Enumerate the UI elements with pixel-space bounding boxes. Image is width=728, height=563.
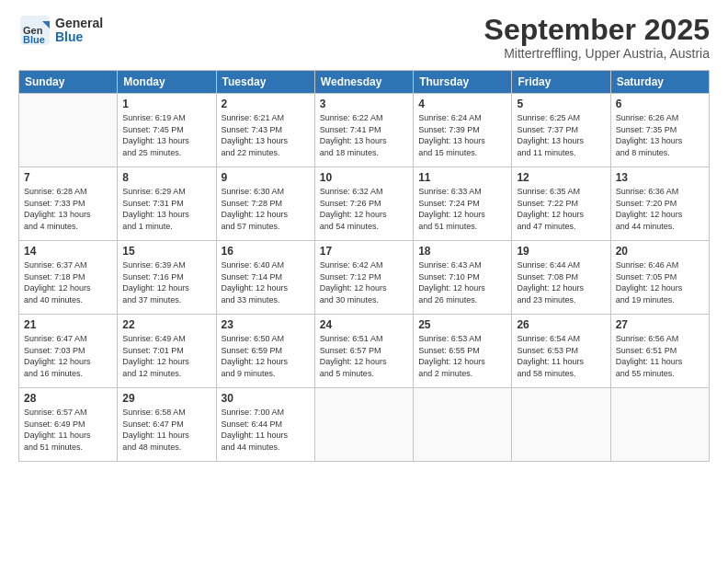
day-info: Sunrise: 6:40 AMSunset: 7:14 PMDaylight:… bbox=[222, 259, 310, 305]
day-info: Sunrise: 6:26 AMSunset: 7:35 PMDaylight:… bbox=[616, 112, 704, 158]
day-number: 20 bbox=[616, 245, 704, 258]
day-info: Sunrise: 6:58 AMSunset: 6:47 PMDaylight:… bbox=[122, 407, 210, 453]
day-number: 25 bbox=[418, 318, 506, 331]
logo-icon: Gen Blue bbox=[18, 14, 51, 47]
day-number: 1 bbox=[122, 98, 210, 110]
day-info: Sunrise: 6:30 AMSunset: 7:28 PMDaylight:… bbox=[222, 186, 310, 232]
day-info: Sunrise: 6:24 AMSunset: 7:39 PMDaylight:… bbox=[418, 112, 506, 158]
day-info: Sunrise: 6:47 AMSunset: 7:03 PMDaylight:… bbox=[24, 333, 112, 379]
day-info: Sunrise: 6:36 AMSunset: 7:20 PMDaylight:… bbox=[616, 186, 704, 232]
col-wednesday: Wednesday bbox=[314, 71, 413, 94]
table-row: 6Sunrise: 6:26 AMSunset: 7:35 PMDaylight… bbox=[610, 94, 709, 167]
table-row: 18Sunrise: 6:43 AMSunset: 7:10 PMDayligh… bbox=[414, 241, 512, 315]
col-monday: Monday bbox=[118, 71, 216, 94]
table-row: 30Sunrise: 7:00 AMSunset: 6:44 PMDayligh… bbox=[216, 388, 314, 462]
day-info: Sunrise: 6:57 AMSunset: 6:49 PMDaylight:… bbox=[24, 407, 112, 453]
calendar-week-row: 14Sunrise: 6:37 AMSunset: 7:18 PMDayligh… bbox=[19, 241, 710, 315]
day-number: 7 bbox=[24, 171, 112, 184]
table-row: 8Sunrise: 6:29 AMSunset: 7:31 PMDaylight… bbox=[118, 167, 216, 241]
table-row bbox=[414, 388, 512, 462]
table-row: 4Sunrise: 6:24 AMSunset: 7:39 PMDaylight… bbox=[414, 94, 512, 167]
svg-text:Blue: Blue bbox=[23, 34, 45, 45]
day-number: 17 bbox=[320, 245, 408, 258]
day-number: 18 bbox=[418, 245, 506, 258]
day-number: 2 bbox=[222, 98, 310, 110]
day-number: 12 bbox=[517, 171, 605, 184]
logo-blue: Blue bbox=[55, 30, 103, 44]
table-row: 10Sunrise: 6:32 AMSunset: 7:26 PMDayligh… bbox=[314, 167, 413, 241]
day-number: 23 bbox=[222, 318, 310, 331]
day-info: Sunrise: 6:46 AMSunset: 7:05 PMDaylight:… bbox=[616, 259, 704, 305]
table-row: 2Sunrise: 6:21 AMSunset: 7:43 PMDaylight… bbox=[216, 94, 314, 167]
day-info: Sunrise: 6:51 AMSunset: 6:57 PMDaylight:… bbox=[320, 333, 408, 379]
day-info: Sunrise: 6:21 AMSunset: 7:43 PMDaylight:… bbox=[222, 112, 310, 158]
table-row bbox=[19, 94, 118, 167]
col-tuesday: Tuesday bbox=[216, 71, 314, 94]
table-row bbox=[314, 388, 413, 462]
logo: Gen Blue General Blue bbox=[18, 14, 103, 47]
page-header: Gen Blue General Blue September 2025 Mit… bbox=[18, 14, 710, 61]
day-number: 29 bbox=[122, 392, 210, 405]
table-row: 20Sunrise: 6:46 AMSunset: 7:05 PMDayligh… bbox=[610, 241, 709, 315]
calendar-table: Sunday Monday Tuesday Wednesday Thursday… bbox=[18, 70, 710, 462]
day-info: Sunrise: 6:33 AMSunset: 7:24 PMDaylight:… bbox=[418, 186, 506, 232]
calendar-week-row: 7Sunrise: 6:28 AMSunset: 7:33 PMDaylight… bbox=[19, 167, 710, 241]
day-number: 15 bbox=[122, 245, 210, 258]
table-row: 17Sunrise: 6:42 AMSunset: 7:12 PMDayligh… bbox=[314, 241, 413, 315]
day-info: Sunrise: 6:22 AMSunset: 7:41 PMDaylight:… bbox=[320, 112, 408, 158]
day-number: 10 bbox=[320, 171, 408, 184]
day-number: 4 bbox=[418, 98, 506, 110]
table-row: 21Sunrise: 6:47 AMSunset: 7:03 PMDayligh… bbox=[19, 315, 118, 388]
location-subtitle: Mittertreffling, Upper Austria, Austria bbox=[484, 46, 710, 61]
day-info: Sunrise: 6:50 AMSunset: 6:59 PMDaylight:… bbox=[222, 333, 310, 379]
day-info: Sunrise: 6:29 AMSunset: 7:31 PMDaylight:… bbox=[122, 186, 210, 232]
day-number: 3 bbox=[320, 98, 408, 110]
table-row: 13Sunrise: 6:36 AMSunset: 7:20 PMDayligh… bbox=[610, 167, 709, 241]
col-saturday: Saturday bbox=[610, 71, 709, 94]
table-row: 15Sunrise: 6:39 AMSunset: 7:16 PMDayligh… bbox=[118, 241, 216, 315]
day-number: 19 bbox=[517, 245, 605, 258]
table-row: 27Sunrise: 6:56 AMSunset: 6:51 PMDayligh… bbox=[610, 315, 709, 388]
month-title: September 2025 bbox=[484, 14, 710, 46]
day-info: Sunrise: 6:43 AMSunset: 7:10 PMDaylight:… bbox=[418, 259, 506, 305]
day-number: 5 bbox=[517, 98, 605, 110]
table-row: 24Sunrise: 6:51 AMSunset: 6:57 PMDayligh… bbox=[314, 315, 413, 388]
day-number: 30 bbox=[222, 392, 310, 405]
calendar-week-row: 28Sunrise: 6:57 AMSunset: 6:49 PMDayligh… bbox=[19, 388, 710, 462]
day-number: 28 bbox=[24, 392, 112, 405]
day-info: Sunrise: 6:39 AMSunset: 7:16 PMDaylight:… bbox=[122, 259, 210, 305]
table-row: 11Sunrise: 6:33 AMSunset: 7:24 PMDayligh… bbox=[414, 167, 512, 241]
table-row: 23Sunrise: 6:50 AMSunset: 6:59 PMDayligh… bbox=[216, 315, 314, 388]
logo-general: General bbox=[55, 17, 103, 30]
day-number: 21 bbox=[24, 318, 112, 331]
table-row: 14Sunrise: 6:37 AMSunset: 7:18 PMDayligh… bbox=[19, 241, 118, 315]
table-row: 28Sunrise: 6:57 AMSunset: 6:49 PMDayligh… bbox=[19, 388, 118, 462]
day-info: Sunrise: 6:53 AMSunset: 6:55 PMDaylight:… bbox=[418, 333, 506, 379]
table-row: 7Sunrise: 6:28 AMSunset: 7:33 PMDaylight… bbox=[19, 167, 118, 241]
col-friday: Friday bbox=[512, 71, 610, 94]
day-info: Sunrise: 6:42 AMSunset: 7:12 PMDaylight:… bbox=[320, 259, 408, 305]
day-info: Sunrise: 6:32 AMSunset: 7:26 PMDaylight:… bbox=[320, 186, 408, 232]
calendar-header-row: Sunday Monday Tuesday Wednesday Thursday… bbox=[19, 71, 710, 94]
day-number: 9 bbox=[222, 171, 310, 184]
col-sunday: Sunday bbox=[19, 71, 118, 94]
day-number: 14 bbox=[24, 245, 112, 258]
day-info: Sunrise: 6:35 AMSunset: 7:22 PMDaylight:… bbox=[517, 186, 605, 232]
day-number: 24 bbox=[320, 318, 408, 331]
day-info: Sunrise: 7:00 AMSunset: 6:44 PMDaylight:… bbox=[222, 407, 310, 453]
table-row: 9Sunrise: 6:30 AMSunset: 7:28 PMDaylight… bbox=[216, 167, 314, 241]
day-number: 22 bbox=[122, 318, 210, 331]
day-number: 16 bbox=[222, 245, 310, 258]
day-number: 27 bbox=[616, 318, 704, 331]
table-row: 5Sunrise: 6:25 AMSunset: 7:37 PMDaylight… bbox=[512, 94, 610, 167]
day-number: 26 bbox=[517, 318, 605, 331]
calendar-week-row: 1Sunrise: 6:19 AMSunset: 7:45 PMDaylight… bbox=[19, 94, 710, 167]
table-row: 1Sunrise: 6:19 AMSunset: 7:45 PMDaylight… bbox=[118, 94, 216, 167]
table-row: 19Sunrise: 6:44 AMSunset: 7:08 PMDayligh… bbox=[512, 241, 610, 315]
day-number: 11 bbox=[418, 171, 506, 184]
day-info: Sunrise: 6:54 AMSunset: 6:53 PMDaylight:… bbox=[517, 333, 605, 379]
title-section: September 2025 Mittertreffling, Upper Au… bbox=[484, 14, 710, 61]
day-info: Sunrise: 6:44 AMSunset: 7:08 PMDaylight:… bbox=[517, 259, 605, 305]
day-info: Sunrise: 6:19 AMSunset: 7:45 PMDaylight:… bbox=[122, 112, 210, 158]
table-row: 22Sunrise: 6:49 AMSunset: 7:01 PMDayligh… bbox=[118, 315, 216, 388]
